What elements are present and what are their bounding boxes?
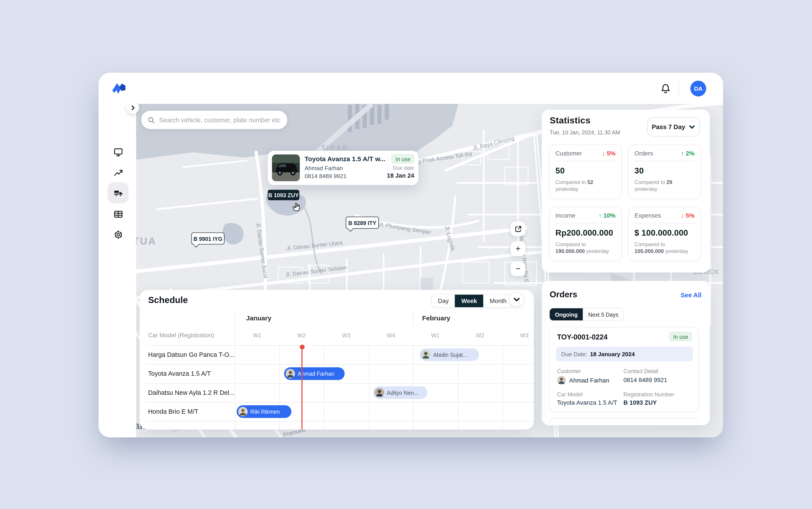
tab-next-5-days[interactable]: Next 5 Days [583, 308, 623, 320]
truck-icon [113, 188, 123, 198]
sidebar-item-analytics[interactable] [108, 162, 129, 183]
vehicle-popup[interactable]: Toyota Avanza 1.5 A/T w... Ahmad Farhan … [268, 150, 418, 185]
week-label: W3 [336, 332, 357, 338]
car-row-label: Daihatsu New Ayla 1.2 R Del... [148, 383, 234, 402]
zoom-in-button[interactable]: + [511, 241, 526, 256]
divider [555, 161, 616, 161]
week-label: W1 [246, 332, 268, 338]
search-input[interactable] [159, 116, 281, 124]
booking-name: Ahmad Farhan [298, 370, 334, 377]
booking-name: Abidin Sujat... [433, 351, 468, 358]
plate-tag[interactable]: B 9901 IYG [191, 232, 225, 244]
stat-change: ↓ 5% [602, 150, 615, 157]
plate-tag[interactable]: B 8289 ITY [346, 216, 379, 229]
notification-bell-icon[interactable] [660, 83, 671, 94]
field-value-registration: B 1093 ZUY [623, 400, 657, 406]
orders-tabs: Ongoing Next 5 Days [549, 308, 624, 321]
sidebar-item-fleet[interactable] [108, 182, 129, 203]
field-value-car-model: Toyota Avanza 1.5 A/T [557, 400, 617, 406]
arrow-up-icon: ↑ [681, 150, 684, 157]
order-card-next[interactable] [549, 418, 699, 425]
booking-name: Riki Rikmen [250, 408, 280, 415]
grid-line [146, 421, 534, 421]
monitor-icon [113, 147, 123, 157]
stat-label: Customer [555, 150, 582, 157]
orders-panel: Orders See All Ongoing Next 5 Days TOY-0… [542, 281, 710, 425]
customer-avatar [557, 376, 566, 385]
divider [679, 81, 679, 96]
divider [635, 223, 695, 223]
stat-compare: Compared to 52 yesterday [555, 179, 617, 192]
stat-card-expenses: Expenses ↓ 5% $ 100.000.000 Compared to … [628, 207, 701, 262]
current-time-dot [300, 345, 304, 349]
view-day[interactable]: Day [432, 295, 455, 307]
vehicle-photo [272, 155, 300, 181]
gear-icon [113, 230, 123, 240]
expand-map-button[interactable] [511, 222, 526, 236]
stat-value: Rp200.000.000 [555, 228, 616, 238]
app-window: Jl. Danau Sunter Barat Jl. Danau Sunter … [99, 73, 723, 437]
tab-ongoing[interactable]: Ongoing [550, 308, 583, 320]
status-badge: In use [392, 155, 414, 163]
week-label: W4 [380, 332, 402, 338]
chevron-down-icon [689, 124, 695, 130]
view-week[interactable]: Week [455, 295, 483, 307]
app-logo [112, 82, 126, 95]
booking-pill[interactable]: Riki Rikmen [237, 405, 292, 418]
table-icon [113, 209, 123, 219]
month-label: January [246, 315, 271, 322]
stat-label: Income [555, 212, 576, 219]
field-value-customer: Ahmad Farhan [557, 376, 609, 385]
stat-value: $ 100.000.000 [635, 228, 695, 238]
stat-label: Expenses [635, 212, 661, 219]
week-label: W3 [514, 332, 534, 338]
sidebar-item-settings[interactable] [108, 224, 129, 245]
car-row-label: Harga Datsun Go Panca T-O... [148, 345, 234, 364]
top-bar: DA [99, 73, 723, 104]
status-badge: In use [670, 332, 692, 341]
car-row-label: Honda Brio E M/T [148, 402, 198, 421]
plate-tag-selected[interactable]: B 1093 ZUY [268, 190, 299, 200]
sidebar [99, 104, 136, 437]
vehicle-customer: Ahmad Farhan [305, 165, 343, 171]
stat-value: 30 [635, 166, 695, 175]
divider [635, 161, 695, 161]
field-value-contact: 0814 8489 9921 [623, 377, 667, 383]
stat-label: Orders [635, 150, 653, 157]
gantt-column-header: Car Model (Registration) [148, 332, 214, 338]
sidebar-item-dashboard[interactable] [108, 141, 129, 162]
view-month[interactable]: Month [483, 295, 513, 307]
due-date-value: 18 Jan 24 [387, 172, 414, 179]
booking-pill[interactable]: Abidin Sujat... [419, 348, 479, 361]
grid-line [146, 402, 534, 403]
stat-compare: Compared to 105.000.000 yesterday [635, 241, 696, 254]
grid-line [235, 311, 235, 430]
grid-line [502, 345, 503, 430]
stat-compare: Compared to 29 yesterday [635, 179, 696, 192]
stat-change: ↑ 10% [599, 212, 615, 219]
user-avatar[interactable]: DA [690, 80, 706, 96]
schedule-title: Schedule [148, 295, 188, 306]
search-bar[interactable] [141, 111, 287, 129]
sidebar-item-records[interactable] [108, 203, 129, 225]
area-label: TUA [136, 236, 157, 247]
booking-pill[interactable]: Adityo Nen... [373, 386, 427, 399]
order-card[interactable]: TOY-0001-0224 In use Due Date:18 January… [549, 327, 699, 413]
booking-pill[interactable]: Ahmad Farhan [284, 367, 345, 380]
zoom-out-button[interactable]: − [511, 261, 526, 276]
booking-avatar [238, 407, 248, 416]
current-time-line [302, 345, 302, 430]
chevron-down-icon [513, 296, 520, 303]
schedule-collapse-button[interactable] [509, 292, 524, 307]
vehicle-title: Toyota Avanza 1.5 A/T w... [305, 156, 385, 163]
booking-avatar [375, 388, 384, 397]
chevron-right-icon [130, 105, 135, 110]
arrow-up-icon: ↑ [599, 212, 602, 219]
area-label: TIDAR [322, 144, 349, 151]
see-all-link[interactable]: See All [680, 292, 701, 299]
cursor-hand-icon [293, 202, 302, 213]
date-range-dropdown[interactable]: Pass 7 Day [647, 117, 700, 137]
grid-line [324, 345, 325, 430]
orders-title: Orders [550, 290, 577, 299]
trend-icon [113, 168, 123, 178]
